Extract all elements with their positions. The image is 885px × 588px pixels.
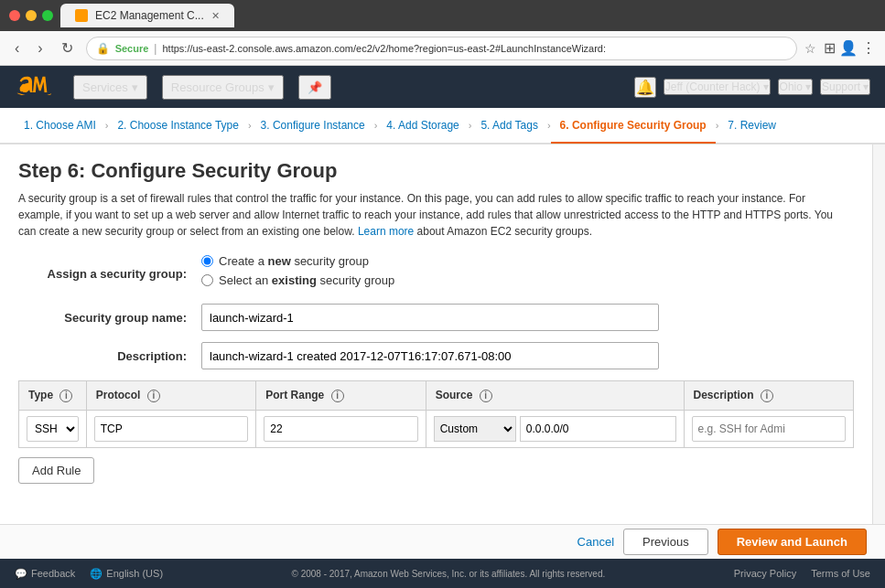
port-range-input[interactable] — [264, 416, 417, 442]
previous-button[interactable]: Previous — [623, 529, 708, 555]
sg-description-input[interactable] — [201, 342, 659, 369]
step-7-review[interactable]: 7. Review — [718, 109, 785, 144]
close-button[interactable] — [9, 10, 20, 21]
step-1-choose-ami[interactable]: 1. Choose AMI — [15, 109, 105, 144]
maximize-button[interactable] — [42, 10, 53, 21]
protocol-input[interactable] — [94, 416, 248, 442]
type-select[interactable]: SSH — [27, 416, 79, 442]
select-existing-sg-option[interactable]: Select an existing security group — [201, 273, 394, 287]
sg-description-row: Description: — [18, 342, 854, 369]
services-label: Services — [82, 80, 128, 94]
create-new-sg-label: Create a new security group — [219, 254, 369, 268]
select-existing-sg-label: Select an existing security group — [219, 273, 394, 287]
rules-table: Type i Protocol i Port Range i Source i — [18, 380, 854, 448]
window-controls — [9, 10, 53, 21]
learn-more-link[interactable]: Learn more — [358, 225, 414, 238]
assign-security-group-row: Assign a security group: Create a new se… — [18, 254, 854, 293]
notifications-button[interactable]: 🔔 — [634, 77, 656, 98]
cancel-button[interactable]: Cancel — [577, 535, 614, 549]
resource-groups-label: Resource Groups — [171, 80, 264, 94]
copyright-text: © 2008 - 2017, Amazon Web Services, Inc.… — [292, 569, 606, 579]
type-info-icon[interactable]: i — [59, 390, 72, 402]
forward-button[interactable]: › — [32, 38, 48, 59]
step-3-configure-instance[interactable]: 3. Configure Instance — [252, 109, 374, 144]
profile-button[interactable]: 👤 — [839, 39, 858, 57]
support-chevron-icon: ▾ — [863, 80, 869, 93]
protocol-header: Protocol i — [86, 381, 255, 411]
protocol-info-icon[interactable]: i — [147, 390, 160, 402]
language-link[interactable]: 🌐 English (US) — [90, 568, 163, 580]
support-label: Support — [822, 80, 860, 93]
tab-close-icon[interactable]: ✕ — [211, 10, 220, 22]
menu-button[interactable]: ⋮ — [861, 39, 876, 57]
source-info-icon[interactable]: i — [480, 390, 492, 402]
address-bar: ‹ › ↻ 🔒 Secure | https://us-east-2.conso… — [0, 31, 885, 66]
sg-name-input[interactable] — [201, 304, 659, 331]
step-2-choose-instance-type[interactable]: 2. Choose Instance Type — [108, 109, 248, 144]
type-header: Type i — [19, 381, 87, 411]
user-label: Jeff (Counter Hack) — [665, 80, 761, 93]
scrollbar-track[interactable] — [872, 144, 885, 524]
source-type-select[interactable]: Custom — [434, 416, 516, 442]
create-new-sg-option[interactable]: Create a new security group — [201, 254, 394, 268]
minimize-button[interactable] — [26, 10, 37, 21]
browser-titlebar: EC2 Management C... ✕ — [0, 0, 885, 31]
create-new-sg-radio[interactable] — [201, 255, 213, 267]
globe-icon: 🌐 — [90, 568, 103, 580]
table-row: SSH Custom — [19, 410, 854, 447]
extensions-button[interactable]: ⊞ — [824, 39, 836, 57]
terms-of-use-link[interactable]: Terms of Use — [811, 568, 870, 579]
step-4-add-storage[interactable]: 4. Add Storage — [377, 109, 468, 144]
review-launch-button[interactable]: Review and Launch — [718, 529, 867, 555]
user-chevron-icon: ▾ — [763, 80, 769, 93]
user-menu-button[interactable]: Jeff (Counter Hack) ▾ — [664, 79, 771, 95]
type-cell: SSH — [19, 410, 87, 447]
sg-description-label: Description: — [18, 349, 201, 363]
resource-groups-nav-button[interactable]: Resource Groups ▾ — [162, 75, 284, 100]
services-chevron-icon: ▾ — [132, 80, 138, 94]
support-menu-button[interactable]: Support ▾ — [820, 79, 870, 95]
step-5-add-tags[interactable]: 5. Add Tags — [471, 109, 547, 144]
rule-description-input[interactable] — [692, 416, 847, 442]
source-cell: Custom — [426, 410, 684, 447]
address-input[interactable]: 🔒 Secure | https://us-east-2.console.aws… — [86, 37, 797, 60]
tab-title: EC2 Management C... — [95, 9, 204, 22]
sg-radio-options: Create a new security group Select an ex… — [201, 254, 394, 293]
refresh-button[interactable]: ↻ — [56, 37, 79, 59]
privacy-policy-link[interactable]: Privacy Policy — [734, 568, 796, 579]
add-rule-button[interactable]: Add Rule — [18, 457, 94, 484]
browser-tab[interactable]: EC2 Management C... ✕ — [60, 4, 234, 27]
step-6-configure-security-group[interactable]: 6. Configure Security Group — [551, 109, 716, 144]
source-value-input[interactable] — [520, 416, 676, 442]
port-range-cell — [256, 410, 426, 447]
bottom-left: 💬 Feedback 🌐 English (US) — [15, 568, 163, 580]
rule-description-cell — [684, 410, 854, 447]
main-content-area: Step 6: Configure Security Group A secur… — [0, 144, 885, 524]
footer-bar: Cancel Previous Review and Launch — [0, 524, 885, 559]
pin-icon-button[interactable]: 📌 — [298, 75, 331, 100]
bottom-bar: 💬 Feedback 🌐 English (US) © 2008 - 2017,… — [0, 559, 885, 588]
page-title: Step 6: Configure Security Group — [18, 159, 854, 183]
back-button[interactable]: ‹ — [9, 38, 25, 59]
sg-name-row: Security group name: — [18, 304, 854, 331]
scroll-content: Step 6: Configure Security Group A secur… — [0, 144, 872, 524]
feedback-link[interactable]: 💬 Feedback — [15, 568, 75, 580]
nav-right: 🔔 Jeff (Counter Hack) ▾ Ohio ▾ Support ▾ — [634, 77, 870, 98]
speech-bubble-icon: 💬 — [15, 568, 27, 580]
resource-groups-chevron-icon: ▾ — [268, 80, 275, 94]
services-nav-button[interactable]: Services ▾ — [73, 75, 147, 100]
assign-sg-label: Assign a security group: — [18, 267, 201, 281]
aws-navbar: Services ▾ Resource Groups ▾ 📌 🔔 Jeff (C… — [0, 66, 885, 108]
region-menu-button[interactable]: Ohio ▾ — [778, 79, 813, 95]
description-header: Description i — [684, 381, 854, 411]
region-label: Ohio — [780, 80, 803, 93]
browser-menu-icons: ⊞ 👤 ⋮ — [824, 39, 876, 57]
description-info-icon[interactable]: i — [761, 390, 773, 402]
url-text: https://us-east-2.console.aws.amazon.com… — [162, 43, 606, 54]
bookmark-icon[interactable]: ☆ — [804, 41, 816, 56]
source-header: Source i — [426, 381, 684, 411]
aws-logo — [15, 73, 51, 101]
port-range-info-icon[interactable]: i — [331, 390, 344, 402]
tab-favicon — [75, 9, 88, 22]
select-existing-sg-radio[interactable] — [201, 274, 213, 286]
